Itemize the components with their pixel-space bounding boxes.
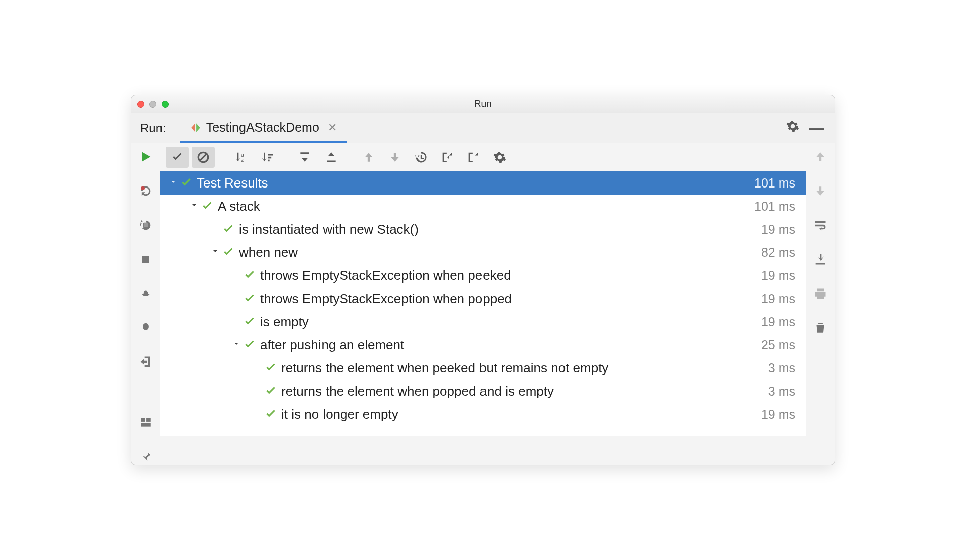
test-label: after pushing an element bbox=[260, 337, 761, 353]
rerun-button[interactable] bbox=[136, 148, 156, 165]
test-duration: 19 ms bbox=[761, 268, 795, 283]
settings-icon[interactable] bbox=[786, 120, 799, 136]
soft-wrap-button[interactable] bbox=[810, 217, 830, 234]
pass-check-icon bbox=[222, 246, 235, 259]
svg-text:z: z bbox=[241, 157, 244, 163]
expand-arrow-icon[interactable] bbox=[188, 201, 201, 212]
test-node[interactable]: A stack101 ms bbox=[160, 195, 806, 218]
pass-check-icon bbox=[201, 200, 214, 213]
test-duration: 19 ms bbox=[761, 407, 795, 422]
show-ignored-button[interactable] bbox=[192, 147, 215, 168]
expand-arrow-icon[interactable] bbox=[167, 178, 180, 189]
run-config-tab[interactable]: TestingAStackDemo ✕ bbox=[180, 114, 347, 143]
test-node[interactable]: returns the element when popped and is e… bbox=[160, 380, 806, 403]
pass-check-icon bbox=[264, 408, 277, 421]
pass-check-icon bbox=[264, 361, 277, 375]
test-runner-settings-button[interactable] bbox=[488, 147, 511, 168]
expand-arrow-icon[interactable] bbox=[230, 340, 243, 350]
test-node[interactable]: when new82 ms bbox=[160, 241, 806, 264]
test-node[interactable]: throws EmptyStackException when peeked19… bbox=[160, 264, 806, 287]
pass-check-icon bbox=[243, 338, 256, 351]
hide-tool-window-icon[interactable]: — bbox=[809, 120, 824, 137]
expand-arrow-icon[interactable] bbox=[209, 247, 222, 258]
test-duration: 82 ms bbox=[761, 245, 795, 260]
svg-rect-2 bbox=[143, 223, 148, 227]
scroll-up-button[interactable] bbox=[810, 148, 830, 165]
pin-button[interactable] bbox=[136, 448, 156, 465]
test-history-button[interactable] bbox=[410, 147, 433, 168]
svg-rect-15 bbox=[327, 160, 335, 162]
test-duration: 19 ms bbox=[761, 315, 795, 329]
test-label: A stack bbox=[218, 199, 754, 214]
test-label: it is no longer empty bbox=[281, 407, 761, 422]
test-duration: 101 ms bbox=[754, 199, 795, 214]
dump-threads-button[interactable] bbox=[136, 285, 156, 302]
debug-button[interactable] bbox=[136, 319, 156, 336]
svg-rect-5 bbox=[146, 418, 151, 422]
close-window-button[interactable] bbox=[137, 101, 144, 108]
pass-check-icon bbox=[180, 176, 193, 190]
exit-button[interactable] bbox=[136, 353, 156, 370]
test-results-tree[interactable]: Test Results101 msA stack101 msis instan… bbox=[160, 171, 806, 436]
run-tool-window: Run Run: TestingAStackDemo ✕ — bbox=[131, 95, 835, 465]
layout-button[interactable] bbox=[136, 414, 156, 431]
svg-rect-6 bbox=[141, 423, 151, 427]
sort-duration-button[interactable] bbox=[256, 147, 279, 168]
window-controls bbox=[137, 101, 169, 108]
test-label: throws EmptyStackException when popped bbox=[260, 291, 761, 307]
test-label: is instantiated with new Stack() bbox=[239, 222, 761, 237]
run-body: az bbox=[131, 143, 835, 465]
test-node[interactable]: after pushing an element25 ms bbox=[160, 333, 806, 356]
test-duration: 3 ms bbox=[768, 384, 795, 399]
zoom-window-button[interactable] bbox=[162, 101, 169, 108]
test-label: returns the element when popped and is e… bbox=[281, 384, 768, 399]
export-tests-button[interactable] bbox=[462, 147, 485, 168]
show-passed-button[interactable] bbox=[166, 147, 189, 168]
test-node[interactable]: is empty19 ms bbox=[160, 310, 806, 333]
rerun-failed-button[interactable] bbox=[136, 217, 156, 234]
svg-rect-12 bbox=[268, 156, 271, 158]
close-tab-icon[interactable]: ✕ bbox=[328, 121, 337, 134]
prev-failed-button[interactable] bbox=[357, 147, 380, 168]
svg-marker-0 bbox=[142, 152, 150, 162]
run-config-name: TestingAStackDemo bbox=[206, 120, 319, 135]
stop-button[interactable] bbox=[136, 251, 156, 268]
sort-alpha-button[interactable]: az bbox=[229, 147, 253, 168]
pass-check-icon bbox=[243, 315, 256, 328]
window-title: Run bbox=[474, 99, 491, 109]
next-failed-button[interactable] bbox=[383, 147, 407, 168]
svg-rect-3 bbox=[142, 256, 149, 263]
test-label: is empty bbox=[260, 314, 761, 330]
clear-all-button[interactable] bbox=[810, 319, 830, 336]
minimize-window-button[interactable] bbox=[149, 101, 156, 108]
svg-rect-13 bbox=[268, 159, 270, 161]
import-tests-button[interactable] bbox=[436, 147, 459, 168]
svg-rect-4 bbox=[141, 418, 145, 422]
collapse-all-button[interactable] bbox=[319, 147, 343, 168]
test-node[interactable]: returns the element when peeked but rema… bbox=[160, 356, 806, 380]
print-button[interactable] bbox=[810, 285, 830, 302]
pass-check-icon bbox=[222, 223, 235, 236]
svg-point-1 bbox=[141, 186, 144, 190]
run-header: Run: TestingAStackDemo ✕ — bbox=[131, 113, 835, 143]
scroll-to-end-button[interactable] bbox=[810, 251, 830, 268]
run-config-icon bbox=[190, 122, 201, 133]
window-titlebar: Run bbox=[131, 95, 835, 113]
svg-rect-16 bbox=[816, 263, 825, 265]
svg-rect-14 bbox=[300, 152, 309, 154]
test-duration: 19 ms bbox=[761, 222, 795, 237]
expand-all-button[interactable] bbox=[293, 147, 316, 168]
right-toolbar bbox=[806, 143, 835, 465]
test-label: throws EmptyStackException when peeked bbox=[260, 268, 761, 284]
test-duration: 25 ms bbox=[761, 338, 795, 352]
test-node[interactable]: throws EmptyStackException when popped19… bbox=[160, 287, 806, 310]
test-duration: 3 ms bbox=[768, 361, 795, 376]
test-node[interactable]: it is no longer empty19 ms bbox=[160, 403, 806, 426]
pass-check-icon bbox=[243, 269, 256, 282]
test-results-root[interactable]: Test Results101 ms bbox=[160, 171, 806, 195]
toggle-break-button[interactable] bbox=[136, 182, 156, 200]
test-label: returns the element when peeked but rema… bbox=[281, 360, 768, 376]
test-node[interactable]: is instantiated with new Stack()19 ms bbox=[160, 218, 806, 241]
center-panel: az bbox=[160, 143, 806, 465]
scroll-down-button[interactable] bbox=[810, 182, 830, 200]
